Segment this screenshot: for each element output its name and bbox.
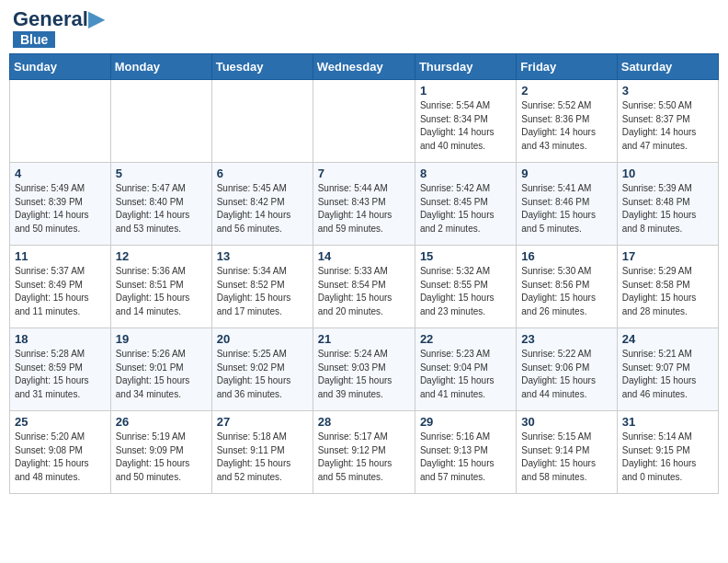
calendar-table: SundayMondayTuesdayWednesdayThursdayFrid… xyxy=(9,53,719,494)
calendar-cell: 12Sunrise: 5:36 AM Sunset: 8:51 PM Dayli… xyxy=(110,246,211,328)
calendar-cell: 21Sunrise: 5:24 AM Sunset: 9:03 PM Dayli… xyxy=(313,328,415,411)
day-info: Sunrise: 5:41 AM Sunset: 8:46 PM Dayligh… xyxy=(521,182,611,236)
calendar-cell: 14Sunrise: 5:33 AM Sunset: 8:54 PM Dayli… xyxy=(313,246,415,328)
calendar-cell xyxy=(10,80,111,163)
calendar-cell: 19Sunrise: 5:26 AM Sunset: 9:01 PM Dayli… xyxy=(110,328,211,411)
day-number: 18 xyxy=(15,332,106,346)
day-number: 10 xyxy=(622,167,713,180)
day-number: 23 xyxy=(521,332,611,346)
calendar-cell: 30Sunrise: 5:15 AM Sunset: 9:14 PM Dayli… xyxy=(517,411,617,494)
day-info: Sunrise: 5:45 AM Sunset: 8:42 PM Dayligh… xyxy=(217,182,308,236)
calendar-week-1: 1Sunrise: 5:54 AM Sunset: 8:34 PM Daylig… xyxy=(10,80,719,163)
day-info: Sunrise: 5:54 AM Sunset: 8:34 PM Dayligh… xyxy=(420,99,511,153)
day-number: 2 xyxy=(521,84,611,98)
day-info: Sunrise: 5:29 AM Sunset: 8:58 PM Dayligh… xyxy=(622,265,713,318)
calendar-cell: 11Sunrise: 5:37 AM Sunset: 8:49 PM Dayli… xyxy=(10,246,111,328)
day-number: 14 xyxy=(318,249,410,263)
calendar-cell xyxy=(211,80,313,163)
day-info: Sunrise: 5:14 AM Sunset: 9:15 PM Dayligh… xyxy=(622,431,713,484)
calendar-cell: 2Sunrise: 5:52 AM Sunset: 8:36 PM Daylig… xyxy=(517,80,617,163)
calendar-header-row: SundayMondayTuesdayWednesdayThursdayFrid… xyxy=(10,54,719,80)
day-number: 26 xyxy=(116,415,207,429)
calendar-cell: 28Sunrise: 5:17 AM Sunset: 9:12 PM Dayli… xyxy=(313,411,415,494)
calendar-week-4: 18Sunrise: 5:28 AM Sunset: 8:59 PM Dayli… xyxy=(10,328,719,411)
day-info: Sunrise: 5:26 AM Sunset: 9:01 PM Dayligh… xyxy=(116,348,207,401)
calendar-cell: 10Sunrise: 5:39 AM Sunset: 8:48 PM Dayli… xyxy=(617,163,718,246)
calendar-cell: 1Sunrise: 5:54 AM Sunset: 8:34 PM Daylig… xyxy=(415,80,516,163)
calendar-cell: 8Sunrise: 5:42 AM Sunset: 8:45 PM Daylig… xyxy=(415,163,516,246)
day-number: 3 xyxy=(622,84,713,98)
day-info: Sunrise: 5:21 AM Sunset: 9:07 PM Dayligh… xyxy=(622,348,713,401)
day-number: 24 xyxy=(622,332,713,346)
calendar-cell: 18Sunrise: 5:28 AM Sunset: 8:59 PM Dayli… xyxy=(10,328,111,411)
day-number: 9 xyxy=(521,167,611,180)
weekday-header-wednesday: Wednesday xyxy=(313,54,415,80)
weekday-header-thursday: Thursday xyxy=(415,54,516,80)
calendar-week-3: 11Sunrise: 5:37 AM Sunset: 8:49 PM Dayli… xyxy=(10,246,719,328)
calendar-cell xyxy=(313,80,415,163)
day-number: 20 xyxy=(217,332,308,346)
calendar-cell: 20Sunrise: 5:25 AM Sunset: 9:02 PM Dayli… xyxy=(211,328,313,411)
day-number: 5 xyxy=(116,167,207,180)
calendar-week-5: 25Sunrise: 5:20 AM Sunset: 9:08 PM Dayli… xyxy=(10,411,719,494)
calendar-cell: 3Sunrise: 5:50 AM Sunset: 8:37 PM Daylig… xyxy=(617,80,718,163)
day-info: Sunrise: 5:16 AM Sunset: 9:13 PM Dayligh… xyxy=(420,431,511,484)
logo: General▶ Blue xyxy=(13,9,104,48)
day-info: Sunrise: 5:33 AM Sunset: 8:54 PM Dayligh… xyxy=(318,265,410,318)
day-number: 8 xyxy=(420,167,511,180)
day-number: 13 xyxy=(217,249,308,263)
calendar-cell: 25Sunrise: 5:20 AM Sunset: 9:08 PM Dayli… xyxy=(10,411,111,494)
day-info: Sunrise: 5:32 AM Sunset: 8:55 PM Dayligh… xyxy=(420,265,511,318)
logo-blue: Blue xyxy=(13,31,55,48)
day-info: Sunrise: 5:22 AM Sunset: 9:06 PM Dayligh… xyxy=(521,348,611,401)
day-info: Sunrise: 5:39 AM Sunset: 8:48 PM Dayligh… xyxy=(622,182,713,236)
day-number: 27 xyxy=(217,415,308,429)
day-number: 28 xyxy=(318,415,410,429)
calendar-week-2: 4Sunrise: 5:49 AM Sunset: 8:39 PM Daylig… xyxy=(10,163,719,246)
day-info: Sunrise: 5:18 AM Sunset: 9:11 PM Dayligh… xyxy=(217,431,308,484)
page-header: General▶ Blue xyxy=(9,9,719,48)
day-number: 11 xyxy=(15,249,106,263)
weekday-header-tuesday: Tuesday xyxy=(211,54,313,80)
calendar-cell: 7Sunrise: 5:44 AM Sunset: 8:43 PM Daylig… xyxy=(313,163,415,246)
day-info: Sunrise: 5:20 AM Sunset: 9:08 PM Dayligh… xyxy=(15,431,106,484)
day-info: Sunrise: 5:49 AM Sunset: 8:39 PM Dayligh… xyxy=(15,182,106,236)
day-info: Sunrise: 5:44 AM Sunset: 8:43 PM Dayligh… xyxy=(318,182,410,236)
calendar-cell: 22Sunrise: 5:23 AM Sunset: 9:04 PM Dayli… xyxy=(415,328,516,411)
day-info: Sunrise: 5:28 AM Sunset: 8:59 PM Dayligh… xyxy=(15,348,106,401)
logo-general: General▶ xyxy=(13,9,104,29)
calendar-cell: 9Sunrise: 5:41 AM Sunset: 8:46 PM Daylig… xyxy=(517,163,617,246)
day-number: 21 xyxy=(318,332,410,346)
day-info: Sunrise: 5:42 AM Sunset: 8:45 PM Dayligh… xyxy=(420,182,511,236)
day-number: 25 xyxy=(15,415,106,429)
day-number: 12 xyxy=(116,249,207,263)
day-number: 4 xyxy=(15,167,106,180)
day-info: Sunrise: 5:23 AM Sunset: 9:04 PM Dayligh… xyxy=(420,348,511,401)
calendar-cell: 15Sunrise: 5:32 AM Sunset: 8:55 PM Dayli… xyxy=(415,246,516,328)
day-info: Sunrise: 5:15 AM Sunset: 9:14 PM Dayligh… xyxy=(521,431,611,484)
day-info: Sunrise: 5:52 AM Sunset: 8:36 PM Dayligh… xyxy=(521,99,611,153)
day-info: Sunrise: 5:25 AM Sunset: 9:02 PM Dayligh… xyxy=(217,348,308,401)
day-info: Sunrise: 5:34 AM Sunset: 8:52 PM Dayligh… xyxy=(217,265,308,318)
day-info: Sunrise: 5:24 AM Sunset: 9:03 PM Dayligh… xyxy=(318,348,410,401)
day-number: 22 xyxy=(420,332,511,346)
calendar-cell: 23Sunrise: 5:22 AM Sunset: 9:06 PM Dayli… xyxy=(517,328,617,411)
calendar-cell: 6Sunrise: 5:45 AM Sunset: 8:42 PM Daylig… xyxy=(211,163,313,246)
calendar-cell xyxy=(110,80,211,163)
calendar-cell: 27Sunrise: 5:18 AM Sunset: 9:11 PM Dayli… xyxy=(211,411,313,494)
day-number: 19 xyxy=(116,332,207,346)
day-number: 6 xyxy=(217,167,308,180)
day-info: Sunrise: 5:19 AM Sunset: 9:09 PM Dayligh… xyxy=(116,431,207,484)
day-info: Sunrise: 5:30 AM Sunset: 8:56 PM Dayligh… xyxy=(521,265,611,318)
calendar-cell: 31Sunrise: 5:14 AM Sunset: 9:15 PM Dayli… xyxy=(617,411,718,494)
calendar-cell: 4Sunrise: 5:49 AM Sunset: 8:39 PM Daylig… xyxy=(10,163,111,246)
day-number: 7 xyxy=(318,167,410,180)
day-info: Sunrise: 5:47 AM Sunset: 8:40 PM Dayligh… xyxy=(116,182,207,236)
calendar-cell: 29Sunrise: 5:16 AM Sunset: 9:13 PM Dayli… xyxy=(415,411,516,494)
day-info: Sunrise: 5:50 AM Sunset: 8:37 PM Dayligh… xyxy=(622,99,713,153)
day-number: 30 xyxy=(521,415,611,429)
calendar-cell: 24Sunrise: 5:21 AM Sunset: 9:07 PM Dayli… xyxy=(617,328,718,411)
day-info: Sunrise: 5:17 AM Sunset: 9:12 PM Dayligh… xyxy=(318,431,410,484)
calendar-cell: 16Sunrise: 5:30 AM Sunset: 8:56 PM Dayli… xyxy=(517,246,617,328)
weekday-header-monday: Monday xyxy=(110,54,211,80)
